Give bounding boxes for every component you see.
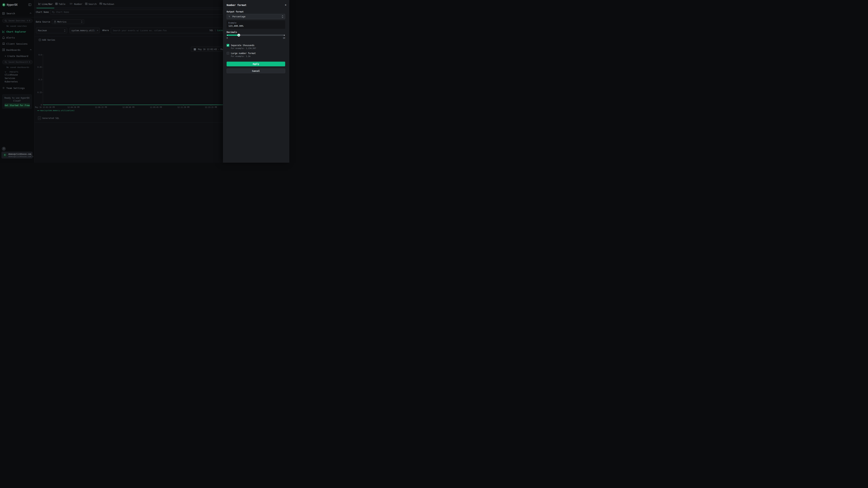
sidebar-collapse-icon[interactable] [28, 3, 31, 6]
aggregation-select[interactable]: Maximum [36, 28, 67, 33]
output-format-value: Percentage [232, 15, 245, 18]
search-section-icon [2, 12, 5, 15]
sidebar-item-team-settings[interactable]: Team Settings [0, 86, 35, 90]
legend-label[interactable]: max(system.memory.utilization) [40, 109, 75, 111]
query-language-toggle[interactable]: SQL | Lucene [209, 29, 223, 32]
markdown-icon [99, 3, 102, 5]
dashboards-icon [2, 48, 5, 51]
add-series-label: Add Series [42, 39, 55, 41]
preset-kubernetes[interactable]: Kubernetes [5, 80, 18, 83]
table-icon [55, 3, 58, 5]
saved-dashboards-input[interactable] [8, 60, 27, 64]
metric-tag-label: system.memory.utiliza [71, 29, 95, 32]
updown-chevrons-icon [81, 21, 83, 23]
search-icon [5, 61, 7, 63]
cloud-promo-card: Ready to use HyperDX Cloud? Get Started … [2, 94, 32, 109]
sidebar: HyperDX Search ⌘ K No saved searches Cha… [0, 0, 35, 163]
line-chart-icon [38, 3, 41, 5]
no-saved-searches-text: No saved searches [6, 25, 27, 27]
where-input[interactable] [111, 28, 223, 33]
chevron-right-icon: › [30, 154, 32, 156]
preset-clickhouse[interactable]: Clickhouse [5, 73, 18, 76]
lucene-option[interactable]: Lucene [217, 29, 223, 32]
active-tab-underline [36, 8, 54, 8]
percent-icon: % [229, 15, 230, 18]
sidebar-section-search[interactable]: Search [6, 12, 15, 15]
separate-thousands-example: For example: 1,234,567 [231, 47, 256, 50]
close-icon[interactable]: ✕ [285, 3, 286, 6]
no-saved-dashboards-text: No saved dashboards [6, 66, 29, 68]
search-list-icon [85, 3, 88, 5]
example-box: Example 123,400.00% [226, 21, 285, 29]
cloud-promo-line2: Cloud? [2, 100, 32, 102]
sql-option[interactable]: SQL [209, 29, 213, 32]
panel-title: Number format [226, 4, 246, 6]
decimals-max-label: 10 [283, 37, 285, 39]
x-tick-label: 12:11:30 PM [173, 106, 194, 108]
help-button[interactable]: ? [2, 147, 6, 151]
decimals-min-label: 0 [226, 37, 228, 39]
avatar: D [3, 153, 7, 157]
chevron-up-icon [30, 49, 32, 50]
data-source-select[interactable]: Metrics [52, 19, 84, 24]
example-value: 123,400.00% [228, 25, 243, 27]
data-source-label: Data Source [36, 21, 50, 23]
chart-name-label: Chart Name [36, 11, 49, 13]
y-tick-label: 0.45 [36, 66, 42, 68]
x-tick-label: May 16 12:02:30 PM [35, 106, 56, 108]
presets-label: PRESETS [9, 71, 19, 73]
saved-searches-input[interactable] [8, 19, 27, 23]
slider-thumb[interactable] [238, 34, 240, 36]
get-started-button[interactable]: Get Started for Free [4, 103, 30, 107]
presets-toggle[interactable]: PRESETS [5, 70, 19, 73]
user-menu[interactable]: D demos@clickhouse.com demos@clickhouse.… [1, 152, 33, 159]
separate-thousands-label[interactable]: Separate thousands [231, 44, 254, 46]
main-content: Line/Bar Table 123 Number Search Markdow… [35, 0, 223, 163]
slider-max-dot [284, 35, 285, 36]
number-123-icon: 123 [70, 3, 72, 5]
cloud-promo-line1: Ready to use HyperDX [2, 97, 32, 99]
separate-thousands-checkbox[interactable] [226, 44, 229, 46]
decimals-slider[interactable] [226, 35, 285, 36]
check-icon [226, 44, 229, 46]
user-email: demos@clickhouse.com [8, 153, 31, 155]
x-tick-label: 12:06:15 PM [90, 106, 112, 108]
sidebar-item-chart-explorer[interactable]: Chart Explorer [0, 30, 35, 34]
data-source-value: Metrics [57, 21, 66, 23]
preset-services[interactable]: Services [5, 77, 15, 79]
x-tick-label: 12:13:15 PM [200, 106, 222, 108]
chart-name-input[interactable] [50, 9, 223, 14]
add-series-button[interactable]: Add Series [38, 38, 41, 42]
slider-min-dot [227, 35, 228, 36]
chevron-up-icon[interactable] [30, 13, 31, 14]
chart-type-tabbar: Line/Bar Table 123 Number Search Markdow… [35, 0, 223, 8]
create-dashboard-button[interactable]: + Create Dashboard [5, 55, 28, 58]
y-tick-label: 0.6 [36, 54, 42, 56]
output-format-select[interactable]: % Percentage [226, 14, 285, 19]
cancel-button[interactable]: Cancel [226, 68, 285, 73]
saved-searches-search[interactable]: ⌘ K [2, 19, 33, 23]
large-number-format-label[interactable]: Large number format [231, 52, 256, 55]
laptop-icon [2, 42, 5, 45]
date-range-value: May 16 12:02:43 - Ma [198, 48, 223, 51]
metric-tag[interactable]: system.memory.utiliza ✕ [70, 28, 100, 33]
aggregation-value: Maximum [38, 29, 46, 32]
remove-metric-icon[interactable]: ✕ [97, 29, 98, 32]
shortcut-badge: ⌘ K [27, 20, 30, 22]
y-tick-label: 0 [36, 104, 42, 106]
app-title: HyperDX [7, 3, 18, 6]
where-label: Where [102, 29, 109, 32]
search-icon [5, 20, 7, 22]
large-number-format-checkbox[interactable] [226, 52, 229, 55]
date-range-picker[interactable]: May 16 12:02:43 - Ma [191, 46, 223, 52]
gear-icon [2, 87, 5, 89]
apply-button[interactable]: Apply [226, 62, 285, 66]
sidebar-item-alerts[interactable]: Alerts [0, 36, 35, 40]
sidebar-item-dashboards[interactable]: Dashboards [0, 48, 35, 52]
updown-chevrons-icon [282, 15, 283, 18]
slider-fill [226, 35, 239, 36]
x-tick-label: 12:08:00 PM [118, 106, 139, 108]
chart-explorer-icon [2, 30, 5, 33]
sidebar-item-client-sessions[interactable]: Client Sessions [0, 42, 35, 46]
saved-dashboards-search[interactable]: ⌘ K [2, 60, 33, 64]
